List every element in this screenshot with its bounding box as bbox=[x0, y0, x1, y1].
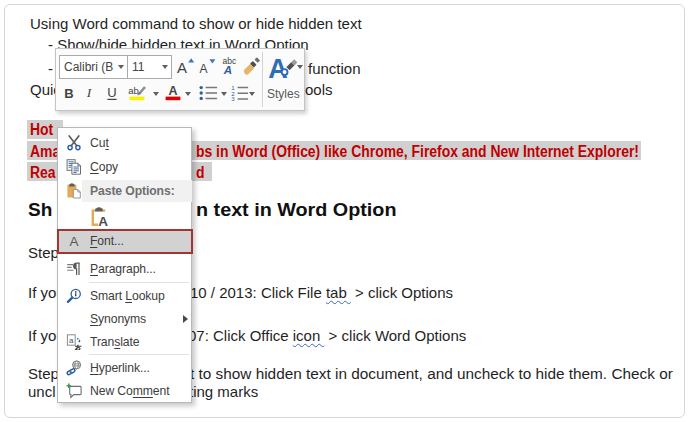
font-name-value: Calibri (B bbox=[60, 60, 114, 74]
label-text: late bbox=[120, 335, 139, 349]
menu-item-label: Paragraph... bbox=[90, 262, 156, 276]
paragraph-icon bbox=[65, 260, 83, 278]
font-size-dropdown-arrow[interactable] bbox=[158, 56, 171, 78]
styles-label[interactable]: Styles bbox=[267, 87, 300, 101]
bullets-icon bbox=[198, 84, 220, 102]
font-a-icon bbox=[65, 232, 83, 250]
accelerator-underline: S bbox=[90, 312, 98, 326]
menu-separator bbox=[89, 282, 189, 283]
dropdown-arrow-icon bbox=[118, 65, 124, 69]
text-run: 10 / 2013: Click File bbox=[190, 284, 326, 301]
menu-item-smart-lookup[interactable]: Smart Lookup bbox=[59, 284, 191, 308]
styles-gallery-button[interactable] bbox=[268, 53, 298, 83]
menu-separator bbox=[89, 354, 189, 355]
accelerator-underline: t bbox=[105, 136, 108, 150]
text-highlight-dropdown-arrow[interactable] bbox=[153, 92, 159, 96]
paste-option-keep-text-only[interactable] bbox=[59, 203, 191, 229]
hyperlink-icon bbox=[65, 359, 83, 377]
submenu-arrow-icon bbox=[183, 315, 188, 323]
paste-icon bbox=[65, 182, 83, 200]
label-text: ont... bbox=[97, 234, 124, 248]
doc-step2b-right: ting marks bbox=[189, 382, 258, 401]
doc-if2-right: 07: Click Office icon > click Word Optio… bbox=[188, 326, 466, 345]
text-run: > click Options bbox=[351, 284, 453, 301]
doc-step2-right: t to show hidden text in document, and u… bbox=[190, 364, 673, 383]
font-size-value: 11 bbox=[128, 60, 158, 74]
menu-item-label: Smart Lookup bbox=[90, 289, 165, 303]
label-text: New Co bbox=[90, 384, 133, 398]
label-text: ynonyms bbox=[98, 312, 146, 326]
font-color-dropdown-arrow[interactable] bbox=[185, 92, 191, 96]
bold-button[interactable]: B bbox=[61, 82, 77, 104]
label-text: yperlink... bbox=[99, 361, 150, 375]
styles-dropdown-arrow[interactable] bbox=[297, 65, 303, 69]
font-size-combobox[interactable]: 11 bbox=[127, 55, 172, 79]
font-color-button[interactable] bbox=[162, 82, 183, 104]
font-name-combobox[interactable]: Calibri (B bbox=[59, 55, 128, 79]
menu-item-paste-options: Paste Options: bbox=[59, 179, 191, 203]
text-run: 07: Click Office bbox=[188, 327, 293, 344]
shrink-font-button[interactable] bbox=[197, 55, 217, 77]
grammar-squiggle-tab: tab bbox=[326, 284, 351, 301]
menu-item-synonyms[interactable]: Synonyms bbox=[59, 307, 191, 331]
menu-item-label: Hyperlink... bbox=[90, 361, 150, 375]
label-text: opy bbox=[99, 160, 118, 174]
styles-gallery-icon bbox=[268, 53, 298, 83]
doc-step1-left: Step bbox=[28, 243, 59, 262]
menu-item-label: Cut bbox=[90, 136, 109, 150]
doc-line-bullet2-dash: - bbox=[48, 59, 53, 78]
menu-item-new-comment[interactable]: New Comment bbox=[59, 379, 191, 403]
format-painter-button[interactable] bbox=[241, 55, 262, 77]
accelerator-underline: L bbox=[125, 289, 132, 303]
menu-item-cut[interactable]: Cut bbox=[59, 131, 191, 155]
doc-heading-right: n text in Word Option bbox=[196, 198, 397, 221]
keep-text-only-icon bbox=[88, 204, 110, 228]
new-comment-icon bbox=[65, 382, 83, 400]
accelerator-underline: C bbox=[90, 160, 99, 174]
grammar-squiggle-icon: icon bbox=[293, 327, 325, 344]
doc-red-line2-right: bs in Word (Office) like Chrome, Firefox… bbox=[196, 142, 639, 161]
text-highlight-icon bbox=[127, 84, 147, 102]
doc-red-line1: Hot bbox=[30, 120, 53, 139]
dropdown-arrow-icon bbox=[162, 65, 168, 69]
bullets-button[interactable] bbox=[197, 82, 220, 104]
menu-item-label: Synonyms bbox=[90, 312, 146, 326]
paste-options-label: Paste Options: bbox=[90, 184, 175, 198]
text-highlight-button[interactable] bbox=[126, 82, 147, 104]
italic-button[interactable]: I bbox=[82, 82, 96, 104]
doc-if1-right: 10 / 2013: Click File tab > click Option… bbox=[190, 283, 453, 302]
change-case-icon bbox=[220, 57, 238, 75]
font-color-icon bbox=[163, 84, 183, 102]
underline-icon bbox=[104, 84, 120, 102]
menu-item-hyperlink[interactable]: Hyperlink... bbox=[59, 356, 191, 380]
label-text: Tran bbox=[90, 335, 114, 349]
doc-step2-left: Step bbox=[28, 364, 59, 383]
grow-font-icon bbox=[175, 57, 195, 75]
grow-font-button[interactable] bbox=[174, 55, 196, 77]
doc-step2b-left: uncl bbox=[28, 382, 56, 401]
label-text: ent bbox=[153, 384, 170, 398]
menu-item-translate[interactable]: Translate bbox=[59, 330, 191, 354]
menu-item-label: Copy bbox=[90, 160, 118, 174]
change-case-button[interactable] bbox=[218, 54, 239, 77]
label-text: Smart bbox=[90, 289, 125, 303]
doc-red-line3-left: Rea bbox=[30, 163, 56, 182]
accelerator-underline: H bbox=[90, 361, 99, 375]
doc-line-bullet2-end: function bbox=[308, 59, 361, 78]
doc-heading-left: Sh bbox=[28, 198, 52, 221]
menu-item-font[interactable]: Font... bbox=[59, 229, 191, 253]
underline-button[interactable] bbox=[103, 81, 121, 105]
mini-toolbar: Calibri (B 11 Styles B I bbox=[55, 48, 305, 111]
format-painter-icon bbox=[243, 57, 261, 75]
text-run: > click Word Options bbox=[324, 327, 466, 344]
context-menu: Cut Copy Paste Options: Font... Paragrap… bbox=[57, 127, 192, 403]
scissors-icon bbox=[65, 134, 83, 152]
font-name-dropdown-arrow[interactable] bbox=[114, 56, 127, 78]
word-document-screenshot: A A a bbox=[0, 0, 690, 422]
bullets-dropdown-arrow[interactable] bbox=[221, 92, 227, 96]
label-text: aragraph... bbox=[98, 262, 156, 276]
menu-item-paragraph[interactable]: Paragraph... bbox=[59, 257, 191, 281]
numbering-dropdown-arrow[interactable] bbox=[249, 92, 255, 96]
doc-line-quick-right: ools bbox=[305, 80, 333, 99]
menu-item-copy[interactable]: Copy bbox=[59, 155, 191, 179]
